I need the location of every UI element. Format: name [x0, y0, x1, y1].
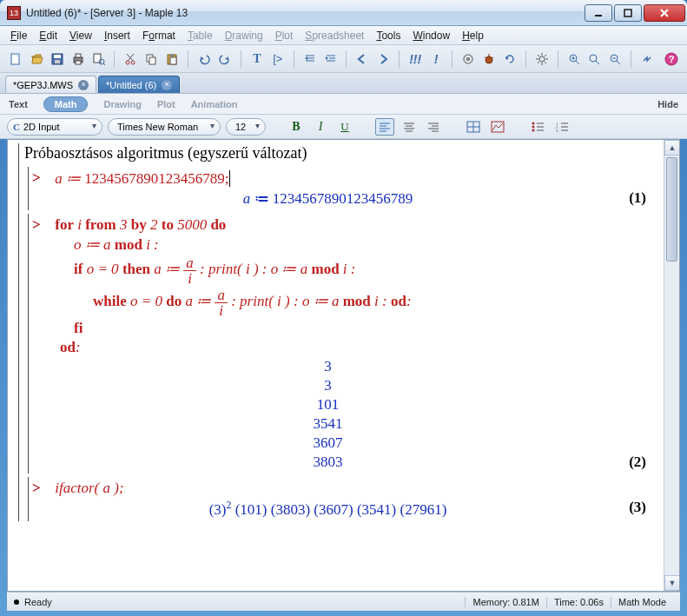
italic-button[interactable]: I [311, 118, 330, 136]
menu-edit[interactable]: Edit [34, 28, 63, 43]
toggle-icon[interactable] [638, 50, 656, 68]
zoom-in-icon[interactable] [565, 50, 583, 68]
input-1[interactable]: a ≔ 1234567890123456789; [55, 170, 228, 187]
restart-icon[interactable] [501, 50, 519, 68]
ctx-text[interactable]: Text [9, 99, 28, 109]
status-mode: Math Mode [611, 597, 673, 607]
menu-tools[interactable]: Tools [371, 28, 406, 43]
undo-icon[interactable] [195, 50, 213, 68]
help-icon[interactable]: ? [663, 50, 680, 68]
bold-button[interactable]: B [287, 118, 306, 136]
menu-insert[interactable]: Insert [99, 28, 135, 43]
print-preview-icon[interactable] [90, 50, 108, 68]
print-icon[interactable] [69, 50, 87, 68]
maximize-button[interactable] [614, 4, 642, 22]
new-icon[interactable] [7, 50, 24, 68]
input-loop-fi[interactable]: fi [74, 320, 83, 336]
svg-rect-10 [76, 61, 81, 64]
number-list-icon[interactable]: 123 [552, 118, 571, 136]
input-3[interactable]: ifactor( a ); [55, 480, 123, 496]
prompt-icon: > [32, 216, 51, 234]
ctx-math[interactable]: Math [43, 96, 89, 112]
vertical-scrollbar[interactable]: ▲ ▼ [664, 140, 679, 591]
cut-icon[interactable] [122, 50, 139, 68]
tab-close-icon[interactable]: × [78, 80, 89, 90]
window-title: Untitled (6)* - [Server 3] - Maple 13 [26, 7, 583, 19]
svg-point-31 [486, 56, 492, 63]
menu-format[interactable]: Format [137, 28, 181, 43]
input-loop-od[interactable]: od: [60, 339, 81, 355]
math-mode-icon[interactable]: [> [269, 50, 287, 68]
zoom-actual-icon[interactable] [585, 50, 603, 68]
save-icon[interactable] [49, 50, 66, 68]
doc-title: Próbaosztásos algoritmus (egyszerű válto… [24, 143, 658, 163]
input-loop-l1[interactable]: o ≔ a mod i : [74, 236, 159, 253]
text-mode-icon[interactable]: T [248, 50, 266, 68]
context-bar: Text Math Drawing Plot Animation Hide [0, 94, 687, 115]
svg-rect-21 [170, 54, 174, 56]
close-button[interactable] [644, 4, 685, 22]
svg-line-51 [617, 61, 620, 64]
align-right-button[interactable] [424, 118, 443, 136]
svg-rect-11 [94, 54, 101, 63]
align-center-button[interactable] [400, 118, 419, 136]
exec-group-3: > ifactor( a ); (3)2 (101) (3803) (3607)… [28, 477, 658, 521]
minimize-button[interactable] [585, 4, 612, 22]
input-loop-head[interactable]: for i from 3 by 2 to 5000 do [55, 216, 226, 233]
loop-output-1: 3 [32, 376, 658, 395]
scroll-thumb[interactable] [666, 157, 677, 262]
menu-help[interactable]: Help [457, 28, 489, 43]
scroll-track[interactable] [664, 263, 679, 575]
input-loop-l3[interactable]: while o = 0 do a ≔ ai : print( i ) : o ≔… [93, 293, 412, 309]
document-area: Próbaosztásos algoritmus (egyszerű válto… [7, 139, 680, 592]
window-titlebar: 13 Untitled (6)* - [Server 3] - Maple 13 [0, 0, 687, 26]
settings-icon[interactable] [533, 50, 551, 68]
menu-window[interactable]: Window [407, 28, 455, 43]
size-combo[interactable]: 12 [226, 118, 266, 136]
indent-icon[interactable] [322, 50, 340, 68]
font-combo[interactable]: Times New Roman [108, 118, 221, 136]
execute-one-icon[interactable]: ! [427, 50, 445, 68]
insert-plot-icon[interactable] [488, 118, 507, 136]
prompt-icon: > [32, 169, 51, 187]
eq-label-3: (3) [629, 499, 646, 516]
outdent-icon[interactable] [301, 50, 319, 68]
underline-button[interactable]: U [335, 118, 354, 136]
menu-drawing: Drawing [220, 28, 268, 43]
svg-point-73 [532, 129, 535, 131]
menu-file[interactable]: File [5, 28, 32, 43]
back-icon[interactable] [353, 50, 371, 68]
tab-gep3j[interactable]: *GEP3J.MWS × [5, 76, 96, 93]
execute-all-icon[interactable]: !!! [406, 50, 424, 68]
redo-icon[interactable] [216, 50, 234, 68]
exec-group-2: > for i from 3 by 2 to 5000 do o ≔ a mod… [28, 214, 658, 474]
tab-close-icon[interactable]: × [162, 80, 172, 90]
menu-view[interactable]: View [64, 28, 97, 43]
main-toolbar: T [> !!! ! ? [0, 45, 687, 73]
document-body[interactable]: Próbaosztásos algoritmus (egyszerű válto… [8, 140, 664, 591]
svg-line-43 [545, 55, 546, 56]
copy-icon[interactable] [142, 50, 160, 68]
svg-point-15 [131, 61, 135, 64]
tab-label: *GEP3J.MWS [13, 80, 73, 90]
zoom-out-icon[interactable] [606, 50, 624, 68]
bullet-list-icon[interactable] [528, 118, 547, 136]
input-loop-l2[interactable]: if o = 0 then a ≔ ai : print( i ) : o ≔ … [74, 261, 356, 277]
scroll-down-icon[interactable]: ▼ [664, 575, 680, 591]
forward-icon[interactable] [374, 50, 392, 68]
ctx-hide[interactable]: Hide [657, 99, 678, 109]
scroll-up-icon[interactable]: ▲ [664, 140, 680, 156]
style-combo[interactable]: C2D Input [7, 118, 102, 136]
document-tabs: *GEP3J.MWS × *Untitled (6) × [0, 73, 687, 94]
svg-rect-9 [76, 54, 81, 57]
open-icon[interactable] [28, 50, 45, 68]
stop-icon[interactable] [459, 50, 477, 68]
loop-output-3: 3541 [32, 414, 658, 434]
debug-icon[interactable] [480, 50, 498, 68]
tab-label: *Untitled (6) [106, 80, 156, 90]
paste-icon[interactable] [163, 50, 181, 68]
align-left-button[interactable] [375, 118, 394, 136]
tab-untitled6[interactable]: *Untitled (6) × [98, 76, 180, 93]
insert-table-icon[interactable] [464, 118, 483, 136]
svg-rect-22 [170, 57, 176, 64]
